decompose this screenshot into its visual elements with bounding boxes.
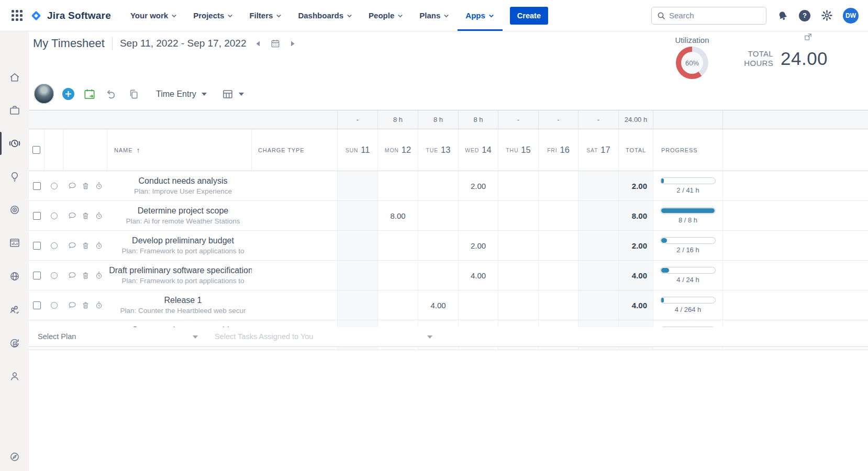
day-cell-sat[interactable] <box>578 290 619 320</box>
row-checkbox[interactable] <box>33 242 41 250</box>
day-cell-fri[interactable] <box>539 171 578 200</box>
sidebar-team-icon[interactable] <box>7 302 23 318</box>
sidebar-home-icon[interactable] <box>7 70 23 85</box>
user-avatar-photo[interactable] <box>34 84 54 104</box>
day-cell-sun[interactable] <box>338 290 378 320</box>
day-cell-fri[interactable] <box>539 201 578 230</box>
charge-type-cell[interactable] <box>252 171 338 200</box>
task-name[interactable]: Develop preliminary budget <box>132 236 234 245</box>
nav-item-dashboards[interactable]: Dashboards <box>290 0 361 31</box>
day-cell-mon[interactable]: 8.00 <box>378 201 418 230</box>
day-cell-tue[interactable] <box>418 261 459 290</box>
day-cell-fri[interactable] <box>539 231 578 260</box>
timer-icon[interactable] <box>94 181 104 190</box>
delete-trash-icon[interactable] <box>81 211 90 220</box>
delete-trash-icon[interactable] <box>81 301 90 310</box>
status-circle-icon[interactable] <box>51 242 58 249</box>
day-cell-fri[interactable] <box>539 261 578 290</box>
sidebar-briefcase-icon[interactable] <box>7 103 23 118</box>
day-cell-tue[interactable] <box>418 171 459 200</box>
task-name[interactable]: Conduct needs analysis <box>139 176 228 186</box>
delete-trash-icon[interactable] <box>81 241 90 250</box>
day-cell-tue[interactable] <box>418 231 459 260</box>
help-icon[interactable]: ? <box>799 10 810 21</box>
day-cell-sat[interactable] <box>578 201 619 230</box>
create-button[interactable]: Create <box>510 7 548 25</box>
nav-item-projects[interactable]: Projects <box>185 0 241 31</box>
status-circle-icon[interactable] <box>51 302 58 309</box>
charge-type-cell[interactable] <box>252 261 338 290</box>
sidebar-profile-icon[interactable] <box>7 368 23 384</box>
sidebar-lightbulb-icon[interactable] <box>7 169 23 185</box>
task-name[interactable]: Determine project scope <box>138 206 228 216</box>
day-cell-thu[interactable] <box>498 201 539 230</box>
user-avatar[interactable]: DW <box>843 8 859 24</box>
notifications-bell-icon[interactable] <box>776 9 789 23</box>
task-name[interactable]: Release 1 <box>164 296 202 305</box>
day-cell-thu[interactable] <box>498 290 539 320</box>
day-cell-wed[interactable] <box>459 290 498 320</box>
select-plan-dropdown[interactable]: Select Plan <box>38 332 76 341</box>
day-cell-fri[interactable] <box>539 290 578 320</box>
comment-icon[interactable] <box>68 271 77 280</box>
comment-icon[interactable] <box>68 241 77 250</box>
status-circle-icon[interactable] <box>51 183 58 189</box>
sidebar-target-icon[interactable] <box>7 202 23 218</box>
nav-item-filters[interactable]: Filters <box>241 0 290 31</box>
day-cell-mon[interactable] <box>378 231 418 260</box>
next-week-arrow[interactable] <box>289 39 297 48</box>
timer-icon[interactable] <box>94 241 104 250</box>
delete-trash-icon[interactable] <box>81 271 90 280</box>
chevron-down-icon[interactable] <box>427 335 432 339</box>
timer-icon[interactable] <box>94 300 104 310</box>
day-cell-wed[interactable]: 4.00 <box>459 261 498 290</box>
undo-icon[interactable] <box>105 88 118 100</box>
sidebar-timesheet-icon[interactable] <box>7 136 23 151</box>
nav-item-people[interactable]: People <box>361 0 411 31</box>
status-circle-icon[interactable] <box>51 272 58 279</box>
row-checkbox[interactable] <box>33 301 41 309</box>
nav-item-your-work[interactable]: Your work <box>123 0 185 31</box>
select-tasks-dropdown[interactable]: Select Tasks Assigned to You <box>215 332 313 341</box>
expand-icon[interactable] <box>804 32 813 43</box>
comment-icon[interactable] <box>68 181 77 190</box>
day-cell-mon[interactable] <box>378 290 418 320</box>
sidebar-discover-compass-icon[interactable] <box>7 449 23 465</box>
day-cell-thu[interactable] <box>498 171 539 200</box>
nav-item-apps[interactable]: Apps <box>458 0 503 31</box>
header-charge-type[interactable]: CHARGE TYPE <box>252 129 338 171</box>
day-cell-sat[interactable] <box>578 231 619 260</box>
day-cell-thu[interactable] <box>498 231 539 260</box>
sidebar-reports-chart-icon[interactable] <box>7 235 23 251</box>
day-cell-tue[interactable] <box>418 201 459 230</box>
search-input[interactable] <box>669 11 753 20</box>
sidebar-export-report-icon[interactable] <box>7 335 23 351</box>
charge-type-cell[interactable] <box>252 290 338 320</box>
jira-logo[interactable]: Jira Software <box>29 9 111 23</box>
day-cell-wed[interactable]: 2.00 <box>459 171 498 200</box>
status-circle-icon[interactable] <box>51 212 58 219</box>
day-cell-mon[interactable] <box>378 171 418 200</box>
timer-icon[interactable] <box>94 211 104 220</box>
delete-trash-icon[interactable] <box>81 182 90 190</box>
select-all-checkbox[interactable] <box>32 146 40 154</box>
day-cell-mon[interactable] <box>378 261 418 290</box>
day-cell-wed[interactable] <box>459 201 498 230</box>
comment-icon[interactable] <box>68 300 77 310</box>
day-cell-sun[interactable] <box>338 231 378 260</box>
charge-type-cell[interactable] <box>252 231 338 260</box>
day-cell-sat[interactable] <box>578 171 619 200</box>
nav-item-plans[interactable]: Plans <box>411 0 458 31</box>
day-cell-sun[interactable] <box>338 171 378 200</box>
view-selector-dropdown[interactable]: Time Entry <box>156 87 207 102</box>
day-cell-sat[interactable] <box>578 261 619 290</box>
calendar-icon[interactable] <box>269 37 282 50</box>
charge-type-cell[interactable] <box>252 201 338 230</box>
task-name[interactable]: Draft preliminary software specification… <box>109 266 252 275</box>
row-checkbox[interactable] <box>33 272 41 279</box>
day-cell-sun[interactable] <box>338 261 378 290</box>
comment-icon[interactable] <box>68 211 77 220</box>
row-checkbox[interactable] <box>33 182 41 190</box>
header-name[interactable]: NAME ↑ <box>107 129 252 171</box>
chevron-down-icon[interactable] <box>193 335 198 339</box>
